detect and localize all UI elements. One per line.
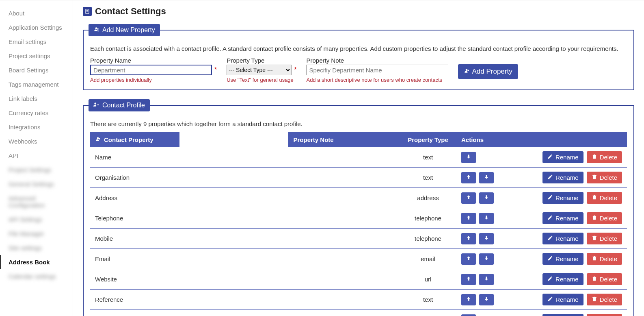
delete-label: Delete bbox=[600, 235, 617, 242]
trash-icon bbox=[592, 154, 597, 161]
rename-label: Rename bbox=[555, 174, 579, 181]
sidebar-item[interactable]: File Manager bbox=[0, 227, 73, 241]
delete-button[interactable]: Delete bbox=[587, 151, 622, 163]
required-star: * bbox=[214, 66, 217, 74]
table-row: NotetextareaRenameDelete bbox=[90, 310, 627, 316]
move-down-button[interactable] bbox=[479, 172, 494, 183]
arrow-down-icon bbox=[484, 194, 489, 201]
arrow-down-icon bbox=[484, 276, 489, 283]
property-note-cell bbox=[288, 188, 400, 208]
move-down-button[interactable] bbox=[479, 274, 494, 285]
table-row: MobiletelephoneRenameDelete bbox=[90, 229, 627, 249]
rename-button[interactable]: Rename bbox=[542, 273, 583, 285]
sidebar-item[interactable]: Address Book bbox=[0, 255, 73, 269]
actions-cell: RenameDelete bbox=[456, 269, 627, 290]
sidebar-item[interactable]: Tags management bbox=[0, 77, 73, 92]
property-type-cell: telephone bbox=[400, 229, 456, 249]
rename-button[interactable]: Rename bbox=[542, 233, 583, 244]
property-name-input[interactable] bbox=[90, 65, 212, 75]
trash-icon bbox=[592, 194, 597, 201]
arrow-down-icon bbox=[484, 296, 489, 303]
sidebar-item[interactable]: API bbox=[0, 148, 73, 163]
rename-button[interactable]: Rename bbox=[542, 172, 583, 183]
rename-button[interactable]: Rename bbox=[542, 192, 583, 204]
edit-icon bbox=[547, 235, 553, 242]
sidebar-item[interactable]: Webhooks bbox=[0, 134, 73, 148]
move-down-button[interactable] bbox=[479, 213, 494, 224]
move-up-button[interactable] bbox=[461, 192, 476, 204]
trash-icon bbox=[592, 276, 597, 283]
move-up-button[interactable] bbox=[461, 294, 476, 305]
property-name-cell: Note bbox=[90, 310, 288, 316]
delete-button[interactable]: Delete bbox=[587, 233, 622, 244]
arrow-down-icon bbox=[484, 174, 489, 181]
property-note-cell bbox=[288, 290, 400, 310]
contact-profile-panel: Contact Profile There are currently 9 pr… bbox=[83, 99, 634, 316]
sidebar-item[interactable]: Link labels bbox=[0, 92, 73, 106]
property-name-cell: Email bbox=[90, 249, 288, 269]
header-type: Property Type bbox=[400, 132, 456, 147]
sidebar-item[interactable]: Project Settings bbox=[0, 163, 73, 177]
property-type-cell: address bbox=[400, 188, 456, 208]
delete-label: Delete bbox=[600, 296, 617, 303]
delete-button[interactable]: Delete bbox=[587, 294, 622, 305]
rename-button[interactable]: Rename bbox=[542, 253, 583, 265]
rename-button[interactable]: Rename bbox=[542, 314, 583, 316]
property-name-cell: Website bbox=[90, 269, 288, 290]
move-down-button[interactable] bbox=[479, 253, 494, 265]
property-type-cell: textarea bbox=[400, 310, 456, 316]
move-down-button[interactable] bbox=[479, 294, 494, 305]
property-note-label: Property Note bbox=[306, 57, 448, 64]
move-up-button[interactable] bbox=[461, 274, 476, 285]
property-note-cell bbox=[288, 168, 400, 188]
sidebar-item[interactable]: Board Settings bbox=[0, 63, 73, 77]
contact-profile-legend: Contact Profile bbox=[89, 99, 150, 111]
table-row: NametextRenameDelete bbox=[90, 147, 627, 168]
move-down-button[interactable] bbox=[479, 233, 494, 244]
property-name-cell: Mobile bbox=[90, 229, 288, 249]
delete-button[interactable]: Delete bbox=[587, 273, 622, 285]
delete-button[interactable]: Delete bbox=[587, 314, 622, 316]
rename-button[interactable]: Rename bbox=[542, 151, 583, 163]
sidebar-item[interactable]: API Settings bbox=[0, 212, 73, 227]
property-name-cell: Telephone bbox=[90, 208, 288, 229]
rename-button[interactable]: Rename bbox=[542, 212, 583, 224]
move-up-button[interactable] bbox=[461, 213, 476, 224]
move-up-button[interactable] bbox=[461, 172, 476, 183]
arrow-down-icon bbox=[484, 255, 489, 262]
table-row: EmailemailRenameDelete bbox=[90, 249, 627, 269]
delete-label: Delete bbox=[600, 194, 617, 201]
property-type-cell: url bbox=[400, 269, 456, 290]
property-note-cell bbox=[288, 249, 400, 269]
property-note-input[interactable] bbox=[306, 65, 448, 75]
property-type-cell: text bbox=[400, 168, 456, 188]
sidebar-item[interactable]: Calendar settings bbox=[0, 269, 73, 283]
delete-button[interactable]: Delete bbox=[587, 192, 622, 204]
rename-button[interactable]: Rename bbox=[542, 294, 583, 305]
add-property-button[interactable]: Add Property bbox=[458, 64, 518, 79]
delete-button[interactable]: Delete bbox=[587, 253, 622, 265]
property-type-select[interactable]: --- Select Type --- bbox=[227, 65, 292, 75]
sidebar-item[interactable]: Project settings bbox=[0, 49, 73, 63]
property-type-label: Property Type bbox=[227, 57, 296, 64]
sidebar-item[interactable]: About bbox=[0, 6, 73, 20]
delete-button[interactable]: Delete bbox=[587, 172, 622, 183]
delete-button[interactable]: Delete bbox=[587, 212, 622, 224]
sidebar-item[interactable]: Email settings bbox=[0, 35, 73, 49]
move-up-button[interactable] bbox=[461, 253, 476, 265]
edit-icon bbox=[547, 194, 553, 201]
sidebar-item[interactable]: Application Settings bbox=[0, 20, 73, 35]
move-down-button[interactable] bbox=[479, 192, 494, 204]
delete-label: Delete bbox=[600, 174, 617, 181]
sidebar-item[interactable]: Integrations bbox=[0, 120, 73, 134]
property-note-hint: Add a short descriptive note for users w… bbox=[306, 77, 448, 83]
sidebar-item[interactable]: Advanced Configuration bbox=[0, 191, 73, 212]
move-up-button[interactable] bbox=[461, 314, 476, 316]
sidebar-item[interactable]: Site settings bbox=[0, 241, 73, 255]
contact-profile-legend-text: Contact Profile bbox=[102, 102, 145, 109]
move-up-button[interactable] bbox=[461, 233, 476, 244]
move-down-button[interactable] bbox=[461, 152, 476, 163]
sidebar-item[interactable]: General Settings bbox=[0, 177, 73, 191]
sidebar-item[interactable]: Currency rates bbox=[0, 106, 73, 120]
actions-cell: RenameDelete bbox=[456, 310, 627, 316]
